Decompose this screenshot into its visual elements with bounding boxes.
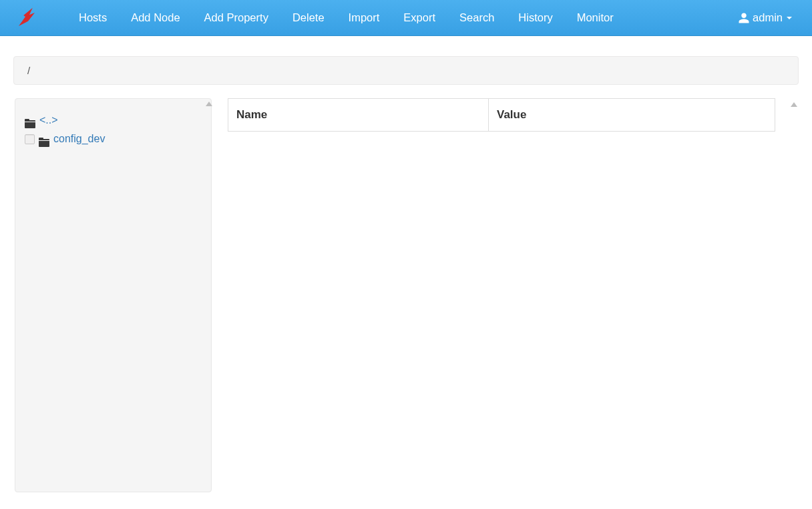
nav-item-monitor[interactable]: Monitor — [565, 1, 626, 35]
user-name-label: admin — [753, 11, 783, 24]
tree-parent-link[interactable]: <..> — [39, 111, 58, 130]
scroll-up-icon[interactable] — [206, 102, 212, 106]
properties-table: Name Value — [228, 98, 775, 132]
nav-item-import[interactable]: Import — [337, 1, 392, 35]
nav-item-hosts[interactable]: Hosts — [67, 1, 119, 35]
nav-item-add-property[interactable]: Add Property — [192, 1, 280, 35]
tree-item[interactable]: config_dev — [25, 130, 202, 148]
svg-rect-2 — [25, 122, 35, 122]
table-header-value: Value — [489, 99, 775, 132]
nav-item-delete[interactable]: Delete — [280, 1, 337, 35]
content-area: Name Value — [218, 98, 799, 492]
nav-item-history[interactable]: History — [506, 1, 564, 35]
nav-item-search[interactable]: Search — [447, 1, 506, 35]
tree-item-checkbox[interactable] — [25, 134, 35, 144]
nav-item-add-node[interactable]: Add Node — [119, 1, 192, 35]
nav-item-export[interactable]: Export — [391, 1, 447, 35]
tree-sidebar: <..> config_dev — [15, 98, 212, 492]
breadcrumb-path: / — [27, 65, 30, 76]
tree-list: <..> config_dev — [25, 111, 202, 148]
breadcrumb: / — [13, 56, 799, 85]
folder-icon — [25, 116, 35, 125]
nav-list: Hosts Add Node Add Property Delete Impor… — [67, 1, 731, 35]
folder-icon — [39, 134, 49, 144]
table-header-name: Name — [228, 99, 489, 132]
user-icon — [738, 12, 750, 24]
tree-item-link[interactable]: config_dev — [53, 130, 105, 148]
scroll-up-icon[interactable] — [791, 102, 797, 107]
svg-rect-1 — [25, 119, 29, 122]
table-header-row: Name Value — [228, 99, 775, 132]
user-menu[interactable]: admin — [731, 1, 799, 35]
top-navbar: Hosts Add Node Add Property Delete Impor… — [0, 0, 812, 36]
svg-rect-4 — [39, 138, 43, 140]
tree-parent-item[interactable]: <..> — [25, 111, 202, 130]
logo — [13, 5, 40, 31]
chevron-down-icon — [787, 17, 792, 19]
main-content-row: <..> config_dev Name Valu — [1, 98, 799, 492]
svg-rect-5 — [39, 140, 49, 141]
bird-logo-icon — [13, 4, 40, 32]
